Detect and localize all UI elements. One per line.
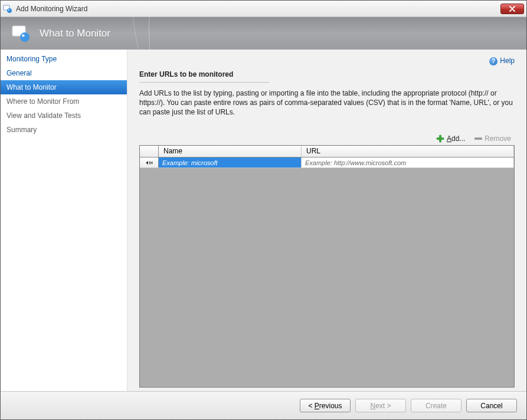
nav-general[interactable]: General [1, 66, 127, 80]
add-button[interactable]: Add... [436, 134, 465, 143]
instructions-text: Add URLs to the list by typing, pasting … [139, 88, 515, 117]
wizard-sidebar: Monitoring Type General What to Monitor … [1, 50, 127, 391]
row-indicator-icon [140, 158, 159, 168]
url-grid[interactable]: Name URL Example: microsoft Example: htt… [139, 145, 515, 388]
app-icon [3, 4, 12, 14]
plus-icon [436, 134, 444, 143]
nav-monitoring-type[interactable]: Monitoring Type [1, 52, 127, 66]
svg-point-4 [20, 32, 30, 42]
create-button[interactable]: Create [411, 399, 461, 412]
nav-view-validate[interactable]: View and Validate Tests [1, 109, 127, 123]
svg-point-5 [22, 34, 25, 37]
wizard-footer: < Previous Next > Create Cancel [1, 391, 526, 419]
wizard-window: Add Monitoring Wizard What to Monitor Mo… [0, 0, 527, 420]
svg-point-1 [7, 8, 12, 13]
title-bar: Add Monitoring Wizard [1, 1, 526, 17]
grid-new-row[interactable]: Example: microsoft Example: http://www.m… [140, 158, 514, 168]
remove-label: Remove [485, 134, 511, 143]
grid-header: Name URL [140, 146, 514, 158]
window-title: Add Monitoring Wizard [16, 5, 500, 13]
banner-title: What to Monitor [40, 28, 110, 40]
wizard-banner: What to Monitor [1, 17, 526, 50]
banner-icon [11, 24, 31, 44]
next-button[interactable]: Next > [355, 399, 406, 412]
wizard-content: ?Help Enter URLs to be monitored Add URL… [127, 50, 526, 391]
new-row-url-cell[interactable]: Example: http://www.microsoft.com [302, 158, 514, 168]
previous-button[interactable]: < Previous [300, 399, 351, 412]
svg-rect-7 [437, 138, 444, 140]
help-row: ?Help [139, 57, 515, 65]
new-row-name-cell[interactable]: Example: microsoft [159, 158, 302, 168]
nav-where-to-monitor[interactable]: Where to Monitor From [1, 94, 127, 109]
wizard-body: Monitoring Type General What to Monitor … [1, 50, 526, 391]
svg-point-2 [8, 9, 9, 10]
grid-empty-area [140, 168, 514, 387]
grid-corner [140, 146, 159, 157]
col-header-name[interactable]: Name [159, 146, 302, 157]
nav-what-to-monitor[interactable]: What to Monitor [1, 80, 127, 94]
help-icon: ? [489, 57, 497, 65]
help-label: Help [500, 57, 515, 65]
grid-toolbar: Add... Remove [139, 134, 515, 143]
cancel-button[interactable]: Cancel [466, 399, 517, 412]
help-link[interactable]: ?Help [489, 57, 515, 65]
section-heading: Enter URLs to be monitored [139, 70, 269, 83]
minus-icon [474, 137, 482, 140]
close-button[interactable] [500, 4, 524, 14]
remove-button: Remove [474, 134, 511, 143]
col-header-url[interactable]: URL [302, 146, 514, 157]
nav-summary[interactable]: Summary [1, 123, 127, 137]
